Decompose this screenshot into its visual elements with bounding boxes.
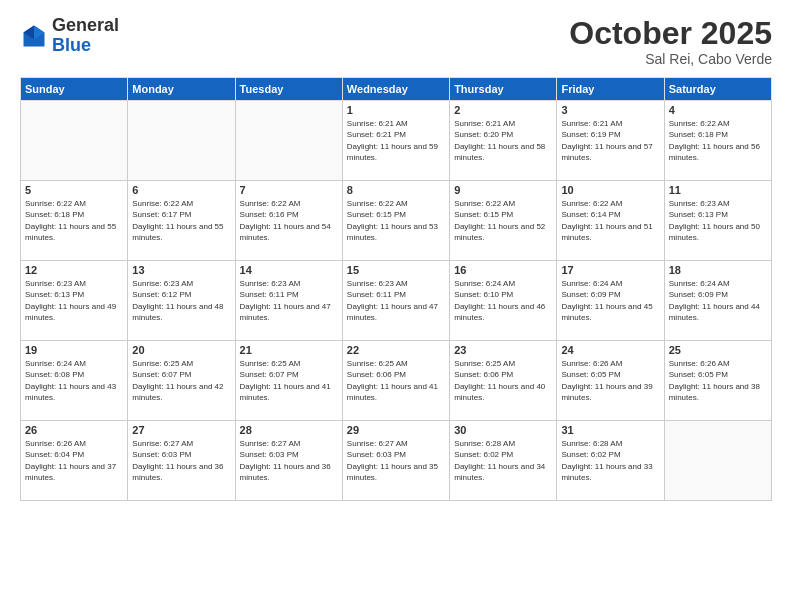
day-info: Sunrise: 6:23 AMSunset: 6:11 PMDaylight:… (347, 278, 445, 323)
title-block: October 2025 Sal Rei, Cabo Verde (569, 16, 772, 67)
day-number: 13 (132, 264, 230, 276)
day-number: 14 (240, 264, 338, 276)
day-info: Sunrise: 6:22 AMSunset: 6:15 PMDaylight:… (454, 198, 552, 243)
day-info: Sunrise: 6:24 AMSunset: 6:09 PMDaylight:… (561, 278, 659, 323)
day-info: Sunrise: 6:23 AMSunset: 6:13 PMDaylight:… (669, 198, 767, 243)
logo-text: General Blue (52, 16, 119, 56)
day-number: 24 (561, 344, 659, 356)
header: General Blue October 2025 Sal Rei, Cabo … (20, 16, 772, 67)
day-cell-22: 22Sunrise: 6:25 AMSunset: 6:06 PMDayligh… (342, 341, 449, 421)
day-info: Sunrise: 6:25 AMSunset: 6:06 PMDaylight:… (454, 358, 552, 403)
month-title: October 2025 (569, 16, 772, 51)
day-number: 31 (561, 424, 659, 436)
day-info: Sunrise: 6:25 AMSunset: 6:07 PMDaylight:… (240, 358, 338, 403)
week-row-5: 26Sunrise: 6:26 AMSunset: 6:04 PMDayligh… (21, 421, 772, 501)
day-info: Sunrise: 6:22 AMSunset: 6:18 PMDaylight:… (669, 118, 767, 163)
weekday-thursday: Thursday (450, 78, 557, 101)
day-cell-21: 21Sunrise: 6:25 AMSunset: 6:07 PMDayligh… (235, 341, 342, 421)
day-cell-2: 2Sunrise: 6:21 AMSunset: 6:20 PMDaylight… (450, 101, 557, 181)
week-row-1: 1Sunrise: 6:21 AMSunset: 6:21 PMDaylight… (21, 101, 772, 181)
day-cell-3: 3Sunrise: 6:21 AMSunset: 6:19 PMDaylight… (557, 101, 664, 181)
week-row-3: 12Sunrise: 6:23 AMSunset: 6:13 PMDayligh… (21, 261, 772, 341)
page: General Blue October 2025 Sal Rei, Cabo … (0, 0, 792, 612)
day-number: 23 (454, 344, 552, 356)
day-cell-14: 14Sunrise: 6:23 AMSunset: 6:11 PMDayligh… (235, 261, 342, 341)
day-info: Sunrise: 6:21 AMSunset: 6:21 PMDaylight:… (347, 118, 445, 163)
day-info: Sunrise: 6:26 AMSunset: 6:05 PMDaylight:… (669, 358, 767, 403)
day-cell-7: 7Sunrise: 6:22 AMSunset: 6:16 PMDaylight… (235, 181, 342, 261)
day-number: 26 (25, 424, 123, 436)
day-number: 11 (669, 184, 767, 196)
day-info: Sunrise: 6:22 AMSunset: 6:16 PMDaylight:… (240, 198, 338, 243)
day-number: 12 (25, 264, 123, 276)
day-info: Sunrise: 6:22 AMSunset: 6:18 PMDaylight:… (25, 198, 123, 243)
day-info: Sunrise: 6:27 AMSunset: 6:03 PMDaylight:… (132, 438, 230, 483)
logo-blue-text: Blue (52, 35, 91, 55)
day-info: Sunrise: 6:26 AMSunset: 6:04 PMDaylight:… (25, 438, 123, 483)
day-info: Sunrise: 6:21 AMSunset: 6:19 PMDaylight:… (561, 118, 659, 163)
weekday-wednesday: Wednesday (342, 78, 449, 101)
weekday-friday: Friday (557, 78, 664, 101)
weekday-saturday: Saturday (664, 78, 771, 101)
day-number: 18 (669, 264, 767, 276)
day-number: 21 (240, 344, 338, 356)
day-info: Sunrise: 6:24 AMSunset: 6:09 PMDaylight:… (669, 278, 767, 323)
day-number: 7 (240, 184, 338, 196)
day-info: Sunrise: 6:24 AMSunset: 6:10 PMDaylight:… (454, 278, 552, 323)
day-number: 20 (132, 344, 230, 356)
weekday-monday: Monday (128, 78, 235, 101)
day-cell-6: 6Sunrise: 6:22 AMSunset: 6:17 PMDaylight… (128, 181, 235, 261)
day-number: 8 (347, 184, 445, 196)
day-number: 29 (347, 424, 445, 436)
day-cell-15: 15Sunrise: 6:23 AMSunset: 6:11 PMDayligh… (342, 261, 449, 341)
day-info: Sunrise: 6:22 AMSunset: 6:14 PMDaylight:… (561, 198, 659, 243)
day-info: Sunrise: 6:25 AMSunset: 6:07 PMDaylight:… (132, 358, 230, 403)
week-row-4: 19Sunrise: 6:24 AMSunset: 6:08 PMDayligh… (21, 341, 772, 421)
day-info: Sunrise: 6:22 AMSunset: 6:15 PMDaylight:… (347, 198, 445, 243)
day-info: Sunrise: 6:28 AMSunset: 6:02 PMDaylight:… (561, 438, 659, 483)
day-cell-16: 16Sunrise: 6:24 AMSunset: 6:10 PMDayligh… (450, 261, 557, 341)
day-cell-31: 31Sunrise: 6:28 AMSunset: 6:02 PMDayligh… (557, 421, 664, 501)
day-number: 2 (454, 104, 552, 116)
day-cell-11: 11Sunrise: 6:23 AMSunset: 6:13 PMDayligh… (664, 181, 771, 261)
weekday-header-row: SundayMondayTuesdayWednesdayThursdayFrid… (21, 78, 772, 101)
day-info: Sunrise: 6:27 AMSunset: 6:03 PMDaylight:… (240, 438, 338, 483)
day-number: 27 (132, 424, 230, 436)
day-info: Sunrise: 6:23 AMSunset: 6:13 PMDaylight:… (25, 278, 123, 323)
empty-cell (21, 101, 128, 181)
calendar: SundayMondayTuesdayWednesdayThursdayFrid… (20, 77, 772, 501)
day-info: Sunrise: 6:22 AMSunset: 6:17 PMDaylight:… (132, 198, 230, 243)
day-number: 17 (561, 264, 659, 276)
weekday-tuesday: Tuesday (235, 78, 342, 101)
day-info: Sunrise: 6:21 AMSunset: 6:20 PMDaylight:… (454, 118, 552, 163)
day-number: 1 (347, 104, 445, 116)
day-number: 9 (454, 184, 552, 196)
location: Sal Rei, Cabo Verde (569, 51, 772, 67)
day-number: 10 (561, 184, 659, 196)
day-number: 5 (25, 184, 123, 196)
day-cell-30: 30Sunrise: 6:28 AMSunset: 6:02 PMDayligh… (450, 421, 557, 501)
day-cell-27: 27Sunrise: 6:27 AMSunset: 6:03 PMDayligh… (128, 421, 235, 501)
logo: General Blue (20, 16, 119, 56)
day-info: Sunrise: 6:25 AMSunset: 6:06 PMDaylight:… (347, 358, 445, 403)
day-cell-24: 24Sunrise: 6:26 AMSunset: 6:05 PMDayligh… (557, 341, 664, 421)
logo-general-text: General (52, 15, 119, 35)
day-number: 30 (454, 424, 552, 436)
day-info: Sunrise: 6:24 AMSunset: 6:08 PMDaylight:… (25, 358, 123, 403)
day-cell-1: 1Sunrise: 6:21 AMSunset: 6:21 PMDaylight… (342, 101, 449, 181)
day-number: 6 (132, 184, 230, 196)
day-info: Sunrise: 6:23 AMSunset: 6:11 PMDaylight:… (240, 278, 338, 323)
week-row-2: 5Sunrise: 6:22 AMSunset: 6:18 PMDaylight… (21, 181, 772, 261)
day-number: 19 (25, 344, 123, 356)
day-cell-9: 9Sunrise: 6:22 AMSunset: 6:15 PMDaylight… (450, 181, 557, 261)
day-cell-10: 10Sunrise: 6:22 AMSunset: 6:14 PMDayligh… (557, 181, 664, 261)
day-cell-20: 20Sunrise: 6:25 AMSunset: 6:07 PMDayligh… (128, 341, 235, 421)
empty-cell (128, 101, 235, 181)
day-number: 4 (669, 104, 767, 116)
day-info: Sunrise: 6:23 AMSunset: 6:12 PMDaylight:… (132, 278, 230, 323)
day-cell-8: 8Sunrise: 6:22 AMSunset: 6:15 PMDaylight… (342, 181, 449, 261)
empty-cell (664, 421, 771, 501)
empty-cell (235, 101, 342, 181)
day-number: 22 (347, 344, 445, 356)
day-number: 28 (240, 424, 338, 436)
